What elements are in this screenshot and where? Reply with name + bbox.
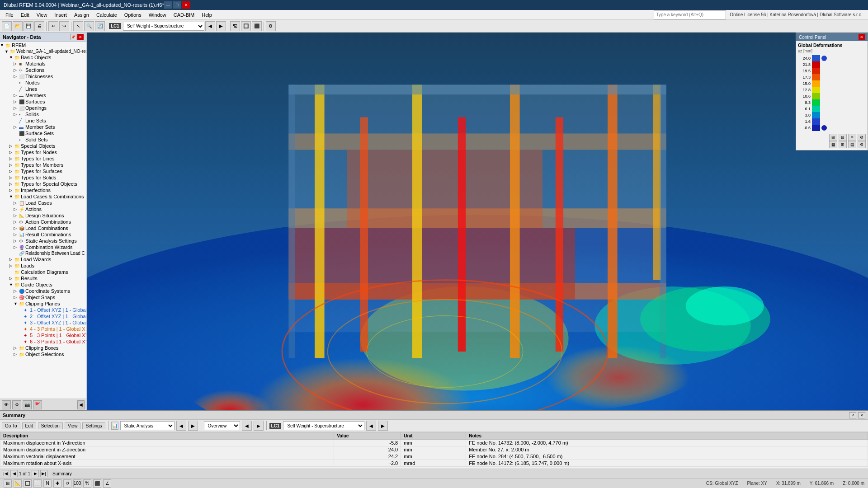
nav-load-cases[interactable]: ▷ 📋 Load Cases xyxy=(0,200,86,206)
nav-static-analysis[interactable]: ▷ ⚙ Static Analysis Settings xyxy=(0,238,86,244)
settings-button[interactable]: ⚙ xyxy=(266,21,276,31)
menu-help[interactable]: Help xyxy=(198,11,216,19)
nav-load-cases-combo[interactable]: ▼ 📁 Load Cases & Combinations xyxy=(0,193,86,200)
main-viewport[interactable]: Control Panel ✕ Global Deformations uz [… xyxy=(87,33,868,410)
nav-lines[interactable]: ╱ Lines xyxy=(0,86,86,92)
cp-view1-btn[interactable]: ▦ xyxy=(829,141,837,148)
menu-assign[interactable]: Assign xyxy=(71,11,93,19)
undo-button[interactable]: ↩ xyxy=(48,21,58,31)
nav-actions[interactable]: ▷ ⚡ Actions xyxy=(0,206,86,212)
table-row[interactable]: Maximum displacement in Y-direction-5.8m… xyxy=(0,440,868,446)
open-button[interactable]: 📂 xyxy=(13,21,23,31)
settings-button2[interactable]: Settings xyxy=(82,422,105,429)
nav-load-combinations[interactable]: ▷ 📦 Load Combinations xyxy=(0,225,86,231)
sb-btn7[interactable]: ↺ xyxy=(63,479,71,488)
menu-insert[interactable]: Insert xyxy=(51,11,71,19)
next-page-btn[interactable]: ▶ xyxy=(32,470,39,477)
nav-calc-diagrams[interactable]: 📁 Calculation Diagrams xyxy=(0,269,86,275)
sb-btn3[interactable]: 🔲 xyxy=(24,479,32,488)
nav-surface-sets[interactable]: ⬛ Surface Sets xyxy=(0,130,86,136)
maximize-button[interactable]: □ xyxy=(173,1,181,9)
nav-pin-button[interactable]: 📌 xyxy=(70,34,76,40)
load-case-combo[interactable]: Self Weight - Superstructure xyxy=(123,22,204,31)
zoom-button[interactable]: 🔍 xyxy=(84,21,94,31)
nav-line-sets[interactable]: ╱ Line Sets xyxy=(0,117,86,124)
sb-ruler[interactable]: ⬛ xyxy=(93,479,101,488)
sb-btn6[interactable]: ✚ xyxy=(53,479,61,488)
nav-object-snaps[interactable]: ▷ 🎯 Object Snaps xyxy=(0,294,86,300)
prev-lc-button[interactable]: ◀ xyxy=(205,21,215,31)
nav-types-members[interactable]: ▷ 📁 Types for Members xyxy=(0,162,86,168)
goto-button[interactable]: Go To xyxy=(2,422,20,429)
minimize-button[interactable]: — xyxy=(164,1,172,9)
save-button[interactable]: 💾 xyxy=(24,21,33,31)
cp-close-button[interactable]: ✕ xyxy=(859,34,865,40)
nav-types-surfaces[interactable]: ▷ 📁 Types for Surfaces xyxy=(0,168,86,174)
prev-page-btn[interactable]: ◀ xyxy=(10,470,18,477)
wireframe-button[interactable]: 🔲 xyxy=(241,21,251,31)
nav-members[interactable]: ▷ ▬ Members xyxy=(0,92,86,99)
nav-flag-btn[interactable]: 🚩 xyxy=(33,400,42,409)
redo-button[interactable]: ↪ xyxy=(59,21,69,31)
next-lc-button[interactable]: ▶ xyxy=(216,21,226,31)
nav-materials[interactable]: ▷ ■ Materials xyxy=(0,61,86,67)
cp-view3-btn[interactable]: ▤ xyxy=(848,141,856,148)
bt-overview-next[interactable]: ▶ xyxy=(254,421,264,431)
print-button[interactable]: 🖨 xyxy=(34,21,44,31)
first-page-btn[interactable]: |◀ xyxy=(2,470,9,477)
edit-button[interactable]: Edit xyxy=(22,422,36,429)
nav-clip-4[interactable]: ✦ 4 - 3 Points | 1 - Global X xyxy=(0,326,86,332)
menu-window[interactable]: Window xyxy=(145,11,170,19)
nav-clip-6[interactable]: ✦ 6 - 3 Points | 1 - Global XYZ xyxy=(0,338,86,345)
nav-coord-systems[interactable]: ▷ 🔵 Coordinate Systems xyxy=(0,288,86,294)
bt-prev-btn[interactable]: ◀ xyxy=(176,421,186,431)
menu-view[interactable]: View xyxy=(33,11,51,19)
table-row[interactable]: Maximum rotation about X-axis-2.0mradFE … xyxy=(0,460,868,467)
nav-types-solids[interactable]: ▷ 📁 Types for Solids xyxy=(0,174,86,181)
nav-relationship-loads[interactable]: 🔗 Relationship Between Load C xyxy=(0,250,86,256)
nav-member-sets[interactable]: ▷ ▬ Member Sets xyxy=(0,124,86,130)
close-button[interactable]: ✕ xyxy=(182,1,190,9)
nav-special-objects[interactable]: ▷ 📁 Special Objects xyxy=(0,143,86,149)
nav-clip-3[interactable]: ✦ 3 - Offset XYZ | 1 - Global X xyxy=(0,319,86,326)
nav-view-btn[interactable]: 👁 xyxy=(2,400,11,409)
nav-clip-1[interactable]: ✦ 1 - Offset XYZ | 1 - Global X xyxy=(0,307,86,313)
nav-types-special[interactable]: ▷ 📁 Types for Special Objects xyxy=(0,181,86,187)
nav-combination-wizards[interactable]: ▷ 🔮 Combination Wizards xyxy=(0,244,86,250)
nav-solid-sets[interactable]: ▪ Solid Sets xyxy=(0,136,86,143)
bt-next-btn[interactable]: ▶ xyxy=(188,421,198,431)
sb-btn5[interactable]: N xyxy=(43,479,52,488)
rotate-button[interactable]: 🔄 xyxy=(95,21,105,31)
nav-surfaces[interactable]: ▷ ⬛ Surfaces xyxy=(0,99,86,105)
nav-guide-objects[interactable]: ▼ 📁 Guide Objects xyxy=(0,282,86,288)
cp-view2-btn[interactable]: ⊞ xyxy=(839,141,847,148)
analysis-type-combo[interactable]: Static Analysis xyxy=(120,421,175,430)
sb-btn2[interactable]: 📐 xyxy=(14,479,22,488)
select-button[interactable]: ↖ xyxy=(73,21,83,31)
nav-design-situations[interactable]: ▷ 📐 Design Situations xyxy=(0,212,86,219)
nav-basic-objects[interactable]: ▼ 📁 Basic Objects xyxy=(0,54,86,61)
sb-angle[interactable]: ∠ xyxy=(103,479,111,488)
nav-results[interactable]: ▷ 📁 Results xyxy=(0,275,86,282)
cp-settings2-btn[interactable]: ⚙ xyxy=(858,134,866,141)
nav-model[interactable]: ▼ 📁 Webinar_GA-1_all-updated_NO-resu xyxy=(0,48,86,54)
menu-options[interactable]: Options xyxy=(121,11,145,19)
last-page-btn[interactable]: ▶| xyxy=(40,470,47,477)
table-row[interactable]: Maximum vectorial displacement24.2mmFE n… xyxy=(0,453,868,460)
nav-openings[interactable]: ▷ ⬜ Openings xyxy=(0,105,86,111)
nav-loads[interactable]: ▷ 📁 Loads xyxy=(0,263,86,269)
shaded-button[interactable]: ⬛ xyxy=(252,21,262,31)
panel-close-btn[interactable]: ✕ xyxy=(858,412,865,418)
bt-lc-next[interactable]: ▶ xyxy=(378,421,388,431)
nav-thicknesses[interactable]: ▷ ⬜ Thicknesses xyxy=(0,73,86,80)
selection-button[interactable]: Selection xyxy=(38,422,63,429)
nav-sections[interactable]: ▷ ╬ Sections xyxy=(0,67,86,73)
nav-action-combinations[interactable]: ▷ ⚙ Action Combinations xyxy=(0,219,86,225)
nav-solids[interactable]: ▷ ▪ Solids xyxy=(0,111,86,117)
menu-calculate[interactable]: Calculate xyxy=(93,11,121,19)
nav-clip-2[interactable]: ✦ 2 - Offset XYZ | 1 - Global X xyxy=(0,313,86,319)
overview-combo[interactable]: Overview xyxy=(204,421,240,430)
cp-grid-btn[interactable]: ⊞ xyxy=(829,134,837,141)
bt-overview-prev[interactable]: ◀ xyxy=(242,421,252,431)
sb-btn4[interactable]: ⬜ xyxy=(33,479,42,488)
